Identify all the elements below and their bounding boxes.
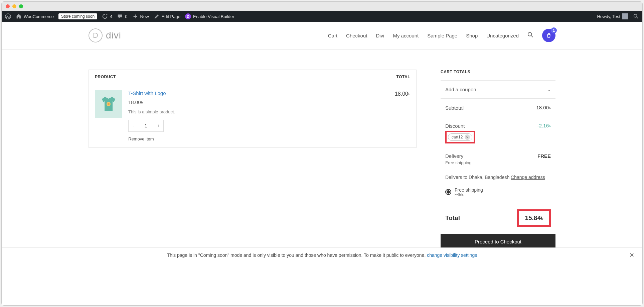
comments-link[interactable]: 0 <box>117 13 127 19</box>
nav-cart[interactable]: Cart <box>328 33 337 38</box>
mini-cart-button[interactable]: 1 <box>542 29 555 42</box>
subtotal-value: 18.00৳ <box>536 105 551 111</box>
new-label: New <box>140 14 149 19</box>
shipping-option-label: Free shipping <box>455 187 483 193</box>
quantity-stepper: - 1 + <box>128 120 164 132</box>
col-product-header: PRODUCT <box>95 75 116 79</box>
maximize-window-button[interactable] <box>19 4 23 8</box>
total-highlight: 15.84৳ <box>517 209 551 227</box>
change-visibility-link[interactable]: change visibility settings <box>427 252 477 258</box>
delivery-method-text: Free shipping <box>441 160 555 170</box>
cart-totals-title: CART TOTALS <box>441 70 555 74</box>
delivery-label: Delivery <box>445 153 463 159</box>
howdy-text: Howdy, Test <box>597 14 620 19</box>
product-title-link[interactable]: T-Shirt with Logo <box>128 90 389 96</box>
nav-checkout[interactable]: Checkout <box>346 33 367 38</box>
user-menu-link[interactable]: Howdy, Test <box>597 13 628 19</box>
product-thumbnail[interactable] <box>95 90 122 118</box>
svg-point-1 <box>634 14 637 17</box>
updates-link[interactable]: 4 <box>102 13 112 19</box>
notice-text: This page is in "Coming soon" mode and i… <box>167 252 427 258</box>
edit-page-link[interactable]: Edit Page <box>154 13 180 19</box>
site-header: D divi Cart Checkout Divi My account Sam… <box>2 22 642 49</box>
main-nav: Cart Checkout Divi My account Sample Pag… <box>328 29 555 42</box>
logo-icon: D <box>89 28 103 42</box>
cart-totals-panel: CART TOTALS Add a coupon ⌄ Subtotal 18.0… <box>441 70 555 249</box>
svg-point-2 <box>528 32 532 36</box>
proceed-to-checkout-button[interactable]: Proceed to Checkout <box>441 234 555 249</box>
shipping-option-radio[interactable]: Free shipping FREE <box>441 185 555 203</box>
delivers-to-text: Delivers to Dhaka, Bangladesh <box>445 175 511 180</box>
col-total-header: TOTAL <box>396 75 410 79</box>
store-status-badge[interactable]: Store coming soon <box>58 13 97 19</box>
chevron-down-icon: ⌄ <box>547 87 551 92</box>
edit-page-label: Edit Page <box>162 14 180 19</box>
product-unit-price: 18.00৳ <box>128 99 389 105</box>
add-coupon-toggle[interactable]: Add a coupon ⌄ <box>441 81 555 98</box>
change-address-link[interactable]: Change address <box>511 175 545 180</box>
search-icon[interactable] <box>527 32 533 39</box>
coupon-highlight: cart12 ✕ <box>445 131 475 143</box>
new-content-link[interactable]: New <box>132 13 149 19</box>
close-window-button[interactable] <box>6 4 10 8</box>
comments-count: 0 <box>125 14 127 19</box>
cart-count-badge: 1 <box>551 27 557 33</box>
nav-divi[interactable]: Divi <box>376 33 384 38</box>
qty-value[interactable]: 1 <box>139 123 153 128</box>
minimize-window-button[interactable] <box>12 4 16 8</box>
dismiss-notice-button[interactable]: ✕ <box>629 251 634 259</box>
nav-sample-page[interactable]: Sample Page <box>427 33 457 38</box>
cart-table: PRODUCT TOTAL T-Shirt with Logo 18.00৳ <box>89 70 417 148</box>
site-logo[interactable]: D divi <box>89 28 121 42</box>
wp-logo-icon[interactable] <box>5 13 11 19</box>
cart-row: T-Shirt with Logo 18.00৳ This is a simpl… <box>89 84 416 147</box>
site-name-text: WooCommerce <box>24 14 54 19</box>
window-titlebar <box>2 2 642 11</box>
radio-icon <box>445 189 451 195</box>
remove-coupon-button[interactable]: ✕ <box>465 134 470 140</box>
svg-point-4 <box>108 103 110 105</box>
shipping-option-sub: FREE <box>455 193 483 196</box>
visual-builder-link[interactable]: D Enable Visual Builder <box>185 13 234 19</box>
logo-text: divi <box>106 30 121 41</box>
admin-search-icon[interactable] <box>633 13 639 19</box>
add-coupon-label: Add a coupon <box>445 87 476 92</box>
avatar <box>622 13 628 19</box>
nav-shop[interactable]: Shop <box>466 33 478 38</box>
nav-my-account[interactable]: My account <box>393 33 419 38</box>
coupon-code-text: cart12 <box>452 135 463 139</box>
discount-value: -2.16৳ <box>537 123 551 129</box>
remove-item-link[interactable]: Remove item <box>128 136 389 141</box>
site-name-link[interactable]: WooCommerce <box>16 13 54 19</box>
qty-decrease-button[interactable]: - <box>129 120 139 131</box>
line-total: 18.00৳ <box>395 91 410 97</box>
delivery-value: FREE <box>537 153 551 159</box>
subtotal-label: Subtotal <box>445 105 464 111</box>
total-value: 15.84৳ <box>525 214 543 221</box>
visual-builder-label: Enable Visual Builder <box>193 14 234 19</box>
discount-label: Discount <box>445 123 465 129</box>
divi-icon: D <box>185 13 191 19</box>
wp-admin-bar: WooCommerce Store coming soon 4 0 New Ed… <box>2 11 642 22</box>
coming-soon-notice: This page is in "Coming soon" mode and i… <box>2 247 642 263</box>
applied-coupon-chip: cart12 ✕ <box>448 133 472 141</box>
total-label: Total <box>445 214 460 222</box>
updates-count: 4 <box>110 14 112 19</box>
product-description: This is a simple product. <box>128 109 389 114</box>
nav-uncategorized[interactable]: Uncategorized <box>486 33 519 38</box>
qty-increase-button[interactable]: + <box>153 120 163 131</box>
